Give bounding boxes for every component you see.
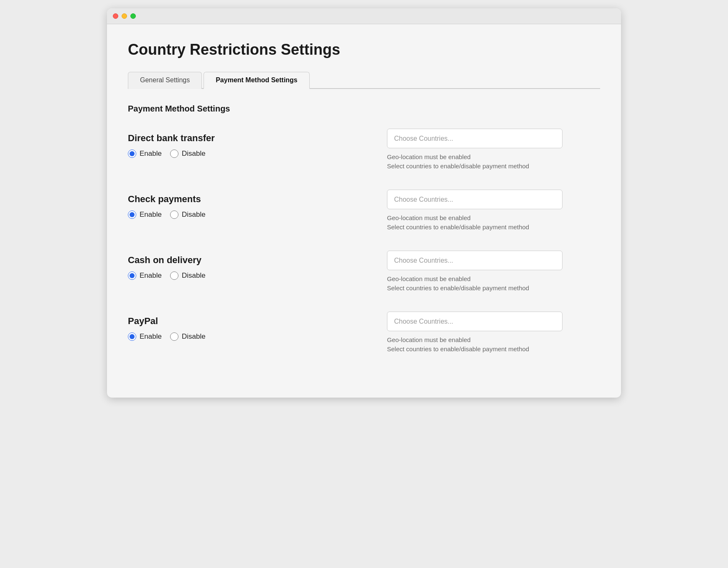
enable-radio-paypal[interactable]: [128, 332, 136, 341]
disable-label-paypal[interactable]: Disable: [170, 332, 206, 341]
disable-radio-check-payments[interactable]: [170, 210, 178, 219]
radio-group-cash-on-delivery: Enable Disable: [128, 271, 387, 280]
payment-left-direct-bank: Direct bank transfer Enable Disable: [128, 129, 387, 158]
hint1-cash-on-delivery: Geo-location must be enabled: [387, 275, 600, 282]
hint2-direct-bank: Select countries to enable/disable payme…: [387, 162, 600, 170]
enable-text-cash-on-delivery: Enable: [140, 271, 162, 280]
enable-radio-direct-bank[interactable]: [128, 150, 136, 158]
radio-group-direct-bank: Enable Disable: [128, 150, 387, 158]
title-bar: [107, 8, 621, 24]
payment-row-cash-on-delivery: Cash on delivery Enable Disable Choose C…: [128, 251, 600, 292]
disable-text-cash-on-delivery: Disable: [182, 271, 206, 280]
payment-left-paypal: PayPal Enable Disable: [128, 312, 387, 341]
enable-label-direct-bank[interactable]: Enable: [128, 150, 162, 158]
disable-radio-direct-bank[interactable]: [170, 150, 178, 158]
radio-group-check-payments: Enable Disable: [128, 210, 387, 219]
payment-right-paypal: Choose Countries... Geo-location must be…: [387, 312, 600, 352]
close-button[interactable]: [113, 13, 118, 19]
payment-name-direct-bank: Direct bank transfer: [128, 133, 387, 144]
payment-name-cash-on-delivery: Cash on delivery: [128, 255, 387, 266]
disable-text-direct-bank: Disable: [182, 150, 206, 158]
disable-radio-cash-on-delivery[interactable]: [170, 271, 178, 280]
payment-left-check-payments: Check payments Enable Disable: [128, 190, 387, 219]
disable-label-direct-bank[interactable]: Disable: [170, 150, 206, 158]
hint2-cash-on-delivery: Select countries to enable/disable payme…: [387, 284, 600, 292]
radio-group-paypal: Enable Disable: [128, 332, 387, 341]
enable-label-cash-on-delivery[interactable]: Enable: [128, 271, 162, 280]
app-window: Country Restrictions Settings General Se…: [107, 8, 621, 398]
hint2-paypal: Select countries to enable/disable payme…: [387, 345, 600, 352]
disable-label-check-payments[interactable]: Disable: [170, 210, 206, 219]
enable-label-paypal[interactable]: Enable: [128, 332, 162, 341]
enable-label-check-payments[interactable]: Enable: [128, 210, 162, 219]
payment-right-cash-on-delivery: Choose Countries... Geo-location must be…: [387, 251, 600, 292]
payment-row-direct-bank: Direct bank transfer Enable Disable Choo…: [128, 129, 600, 170]
country-select-check-payments[interactable]: Choose Countries...: [387, 190, 563, 209]
enable-text-check-payments: Enable: [140, 210, 162, 219]
disable-label-cash-on-delivery[interactable]: Disable: [170, 271, 206, 280]
hint2-check-payments: Select countries to enable/disable payme…: [387, 223, 600, 231]
payment-name-check-payments: Check payments: [128, 194, 387, 205]
payment-row-paypal: PayPal Enable Disable Choose Countries..…: [128, 312, 600, 352]
page-title: Country Restrictions Settings: [128, 41, 600, 58]
payment-name-paypal: PayPal: [128, 316, 387, 327]
disable-text-paypal: Disable: [182, 332, 206, 341]
payment-left-cash-on-delivery: Cash on delivery Enable Disable: [128, 251, 387, 280]
country-select-direct-bank[interactable]: Choose Countries...: [387, 129, 563, 148]
main-content: Country Restrictions Settings General Se…: [107, 24, 621, 398]
country-select-paypal[interactable]: Choose Countries...: [387, 312, 563, 331]
hint1-check-payments: Geo-location must be enabled: [387, 214, 600, 221]
enable-text-paypal: Enable: [140, 332, 162, 341]
disable-text-check-payments: Disable: [182, 210, 206, 219]
hint1-paypal: Geo-location must be enabled: [387, 336, 600, 343]
payment-right-direct-bank: Choose Countries... Geo-location must be…: [387, 129, 600, 170]
payment-right-check-payments: Choose Countries... Geo-location must be…: [387, 190, 600, 231]
enable-radio-check-payments[interactable]: [128, 210, 136, 219]
maximize-button[interactable]: [130, 13, 136, 19]
tab-bar: General Settings Payment Method Settings: [128, 71, 600, 89]
disable-radio-paypal[interactable]: [170, 332, 178, 341]
tab-general-settings[interactable]: General Settings: [128, 72, 202, 89]
section-title: Payment Method Settings: [128, 104, 600, 114]
payment-row-check-payments: Check payments Enable Disable Choose Cou…: [128, 190, 600, 231]
country-select-cash-on-delivery[interactable]: Choose Countries...: [387, 251, 563, 270]
hint1-direct-bank: Geo-location must be enabled: [387, 153, 600, 160]
enable-text-direct-bank: Enable: [140, 150, 162, 158]
enable-radio-cash-on-delivery[interactable]: [128, 271, 136, 280]
payment-methods-list: Direct bank transfer Enable Disable Choo…: [128, 129, 600, 352]
minimize-button[interactable]: [122, 13, 127, 19]
tab-payment-method-settings[interactable]: Payment Method Settings: [204, 72, 310, 89]
